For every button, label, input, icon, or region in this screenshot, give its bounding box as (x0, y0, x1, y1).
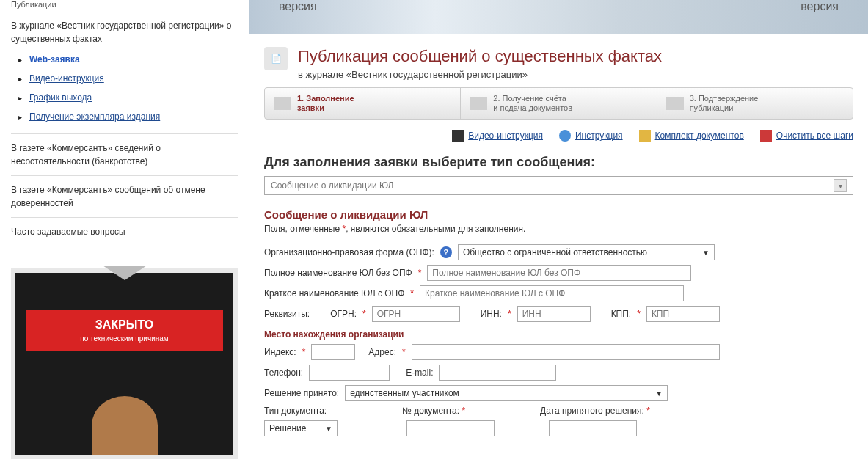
closed-banner: ЗАКРЫТО по техническим причинам (11, 268, 238, 459)
full-name-label: Полное наименование ЮЛ без ОПФ (264, 268, 412, 278)
checklist-icon (666, 97, 684, 110)
link-clear-steps[interactable]: Очистить все шаги (760, 130, 853, 142)
opf-label: Организационно-правовая форма (ОПФ): (264, 247, 434, 257)
banner-left-label: версия (279, 0, 317, 13)
video-icon (452, 130, 464, 142)
short-name-input[interactable] (420, 285, 684, 301)
ogrn-input[interactable] (372, 306, 460, 322)
doc-num-input[interactable] (406, 420, 495, 436)
email-label: E-mail: (406, 367, 433, 378)
sidebar-item-web-zayavka[interactable]: ▸ Web-заявка (11, 50, 238, 69)
phone-input[interactable] (309, 365, 390, 381)
required-note: Поля, отмеченные *, являются обязательны… (264, 224, 853, 234)
page-title: Публикация сообщений о существенных факт… (298, 47, 662, 66)
doc-date-input[interactable] (549, 420, 637, 436)
sidebar-link[interactable]: Видео-инструкция (29, 72, 104, 85)
laptop-icon (274, 97, 291, 110)
toolbar-links: Видео-инструкция Инструкция Комплект док… (264, 130, 853, 142)
rekv-label: Реквизиты: (264, 309, 310, 319)
addr-label: Адрес: (368, 347, 396, 357)
chevron-down-icon: ▼ (655, 389, 663, 398)
document-icon (470, 97, 487, 110)
short-name-label: Краткое наименование ЮЛ с ОПФ (264, 288, 404, 299)
sidebar-item-get-copy[interactable]: ▸ Получение экземпляра издания (11, 107, 238, 126)
addr-input[interactable] (412, 344, 720, 360)
sidebar-item-schedule[interactable]: ▸ График выхода (11, 88, 238, 107)
person-head-icon (92, 396, 158, 455)
inn-input[interactable] (517, 306, 591, 322)
doc-date-label: Дата принятого решения: * (540, 406, 650, 416)
sidebar-item-video-instr[interactable]: ▸ Видео-инструкция (11, 69, 238, 88)
banner-right-label: версия (800, 0, 839, 13)
closed-sign: ЗАКРЫТО по техническим причинам (26, 310, 223, 351)
link-document-pack[interactable]: Комплект документов (639, 130, 744, 142)
chevron-right-icon: ▸ (18, 54, 22, 65)
message-type-select[interactable]: Сообщение о ликвидации ЮЛ ▾ (264, 176, 853, 195)
doc-num-label: № документа: * (402, 406, 534, 416)
help-icon[interactable]: ? (440, 246, 452, 258)
sidebar: Публикации В журнале «Вестник государств… (0, 0, 249, 465)
sidebar-group-kommersant-bankrot[interactable]: В газете «Коммерсантъ» сведений о несост… (11, 134, 238, 176)
sidebar-link[interactable]: График выхода (29, 91, 92, 104)
full-name-input[interactable] (427, 265, 691, 281)
inn-label: ИНН: (481, 309, 502, 319)
doc-type-label: Тип документа: (264, 406, 396, 416)
sidebar-link[interactable]: Получение экземпляра издания (29, 110, 160, 123)
step-2[interactable]: 2. Получение счётаи подача документов (461, 88, 657, 119)
index-input[interactable] (311, 344, 355, 360)
email-input[interactable] (439, 365, 556, 381)
opf-select[interactable]: Общество с ограниченной ответственностью… (458, 244, 715, 260)
info-icon (559, 130, 571, 142)
phone-label: Телефон: (264, 367, 303, 378)
location-header: Место нахождения организации (264, 329, 853, 340)
sidebar-group-vestnik: В журнале «Вестник государственной регис… (11, 12, 238, 134)
message-title: Сообщение о ликвидации ЮЛ (264, 208, 853, 221)
section-select-type: Для заполнения заявки выберите тип сообщ… (264, 155, 853, 170)
chevron-right-icon: ▸ (18, 111, 22, 122)
chevron-right-icon: ▸ (18, 92, 22, 103)
steps-breadcrumb: 1. Заполнениезаявки 2. Получение счётаи … (264, 87, 853, 120)
main-content: версия версия 📄 Публикация сообщений о с… (249, 0, 868, 465)
chevron-down-icon: ▾ (834, 179, 847, 192)
chevron-down-icon: ▼ (702, 249, 710, 257)
sidebar-group-faq[interactable]: Часто задаваемые вопросы (11, 218, 238, 246)
index-label: Индекс: (264, 347, 296, 357)
link-video-instruction[interactable]: Видео-инструкция (452, 130, 543, 142)
kpp-label: КПП: (611, 309, 632, 319)
folder-icon (639, 130, 651, 142)
page-subtitle: в журнале «Вестник государственной регис… (298, 69, 662, 80)
chevron-right-icon: ▸ (18, 73, 22, 84)
link-instruction[interactable]: Инструкция (559, 130, 623, 142)
sidebar-link[interactable]: Web-заявка (29, 53, 80, 66)
sidebar-group-kommersant-dover[interactable]: В газете «Коммерсантъ» сообщений об отме… (11, 176, 238, 218)
step-3[interactable]: 3. Подтверждениепубликации (657, 88, 853, 119)
newspaper-icon: 📄 (264, 47, 288, 70)
clear-icon (760, 130, 772, 142)
decision-by-label: Решение принято: (264, 388, 339, 398)
selected-type-label: Сообщение о ликвидации ЮЛ (271, 180, 393, 191)
sidebar-heading-clipped: Публикации (11, 0, 238, 12)
step-1[interactable]: 1. Заполнениезаявки (265, 88, 461, 119)
hanger-icon (103, 266, 147, 280)
top-banner: версия версия (249, 0, 868, 34)
sidebar-group-desc: В журнале «Вестник государственной регис… (11, 19, 238, 45)
doc-type-select[interactable]: Решение▼ (264, 420, 338, 436)
decision-by-select[interactable]: единственным участником▼ (345, 385, 668, 401)
ogrn-label: ОГРН: (330, 309, 357, 319)
kpp-input[interactable] (646, 306, 720, 322)
chevron-down-icon: ▼ (325, 425, 332, 433)
